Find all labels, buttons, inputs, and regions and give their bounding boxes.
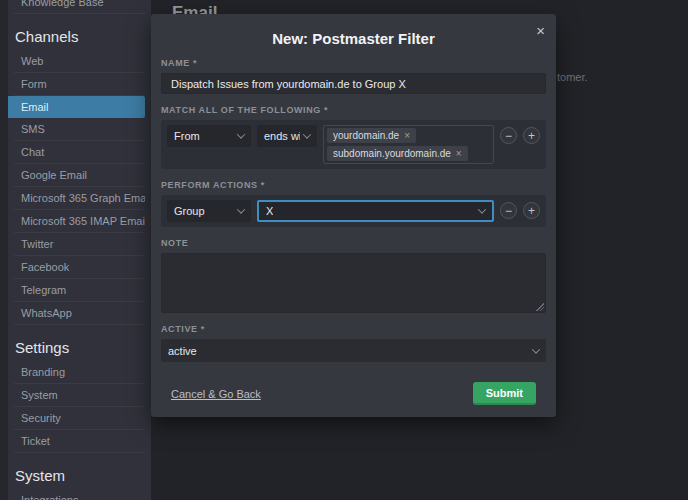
- chevron-down-icon: [478, 205, 486, 213]
- match-field-value: From: [174, 130, 200, 142]
- sidebar-section-system: System: [14, 464, 145, 487]
- sidebar-item-web[interactable]: Web: [14, 50, 145, 73]
- actions-label: PERFORM ACTIONS *: [161, 180, 546, 190]
- action-value-select[interactable]: X: [257, 200, 494, 222]
- chevron-down-icon: [303, 130, 311, 138]
- modal-title: New: Postmaster Filter: [151, 14, 556, 47]
- remove-condition-button[interactable]: −: [500, 127, 517, 144]
- note-label: NOTE: [161, 238, 546, 248]
- match-operator-value: ends with one: [264, 130, 300, 142]
- resize-handle-icon[interactable]: [536, 303, 544, 311]
- sidebar-item-security[interactable]: Security: [14, 407, 145, 430]
- sidebar-item-system-settings[interactable]: System: [14, 384, 145, 407]
- action-type-value: Group: [174, 205, 205, 217]
- sidebar-item-google-email[interactable]: Google Email: [14, 164, 145, 187]
- tag-label: yourdomain.de: [333, 130, 399, 141]
- submit-button[interactable]: Submit: [473, 382, 536, 405]
- remove-action-button[interactable]: −: [500, 202, 517, 219]
- sidebar-item-sms[interactable]: SMS: [14, 118, 145, 141]
- match-operator-select[interactable]: ends with one: [257, 125, 317, 147]
- sidebar-item-ms365-graph-email[interactable]: Microsoft 365 Graph Email: [14, 187, 145, 210]
- remove-tag-icon[interactable]: ×: [456, 148, 462, 159]
- postmaster-filter-modal: × New: Postmaster Filter NAME * MATCH AL…: [151, 14, 556, 417]
- remove-tag-icon[interactable]: ×: [404, 130, 410, 141]
- note-field-wrap: [161, 253, 546, 313]
- tag-yourdomain: yourdomain.de ×: [327, 128, 416, 143]
- add-action-button[interactable]: +: [523, 202, 540, 219]
- match-label: MATCH ALL OF THE FOLLOWING *: [161, 105, 546, 115]
- sidebar-item-facebook[interactable]: Facebook: [14, 256, 145, 279]
- name-input[interactable]: [161, 73, 546, 94]
- tag-label: subdomain.yourdomain.de: [333, 148, 451, 159]
- sidebar-item-integrations[interactable]: Integrations: [14, 489, 145, 500]
- app-window: Knowledge Base Channels Web Form Email S…: [0, 0, 688, 500]
- sidebar-item-branding[interactable]: Branding: [14, 361, 145, 384]
- sidebar-item-ms365-imap-email[interactable]: Microsoft 365 IMAP Email: [14, 210, 145, 233]
- admin-sidebar: Knowledge Base Channels Web Form Email S…: [0, 0, 151, 500]
- active-value: active: [168, 345, 197, 357]
- sidebar-item-chat[interactable]: Chat: [14, 141, 145, 164]
- chevron-down-icon: [237, 205, 245, 213]
- add-condition-button[interactable]: +: [523, 127, 540, 144]
- tag-subdomain: subdomain.yourdomain.de ×: [327, 146, 468, 161]
- close-icon[interactable]: ×: [536, 23, 545, 38]
- match-field-select[interactable]: From: [167, 125, 251, 147]
- sidebar-item-twitter[interactable]: Twitter: [14, 233, 145, 256]
- sidebar-item-ticket[interactable]: Ticket: [14, 430, 145, 453]
- match-values-tag-input[interactable]: yourdomain.de × subdomain.yourdomain.de …: [323, 125, 494, 164]
- chevron-down-icon: [532, 345, 540, 353]
- sidebar-item-knowledge-base[interactable]: Knowledge Base: [14, 0, 145, 14]
- sidebar-section-settings: Settings: [14, 336, 145, 359]
- perform-action-row: Group X − +: [161, 195, 546, 227]
- sidebar-item-form[interactable]: Form: [14, 73, 145, 96]
- sidebar-item-whatsapp[interactable]: WhatsApp: [14, 302, 145, 325]
- chevron-down-icon: [237, 130, 245, 138]
- active-select[interactable]: active: [161, 339, 546, 362]
- sidebar-section-channels: Channels: [14, 25, 145, 48]
- note-textarea[interactable]: [161, 253, 546, 313]
- name-label: NAME *: [161, 58, 546, 68]
- sidebar-item-telegram[interactable]: Telegram: [14, 279, 145, 302]
- cancel-go-back-link[interactable]: Cancel & Go Back: [171, 388, 261, 400]
- action-type-select[interactable]: Group: [167, 200, 251, 222]
- active-label: ACTIVE *: [161, 324, 546, 334]
- match-condition-row: From ends with one yourdomain.de × subdo…: [161, 120, 546, 169]
- sidebar-item-email[interactable]: Email: [8, 96, 145, 118]
- action-value: X: [266, 205, 273, 217]
- modal-footer: Cancel & Go Back Submit: [161, 362, 546, 405]
